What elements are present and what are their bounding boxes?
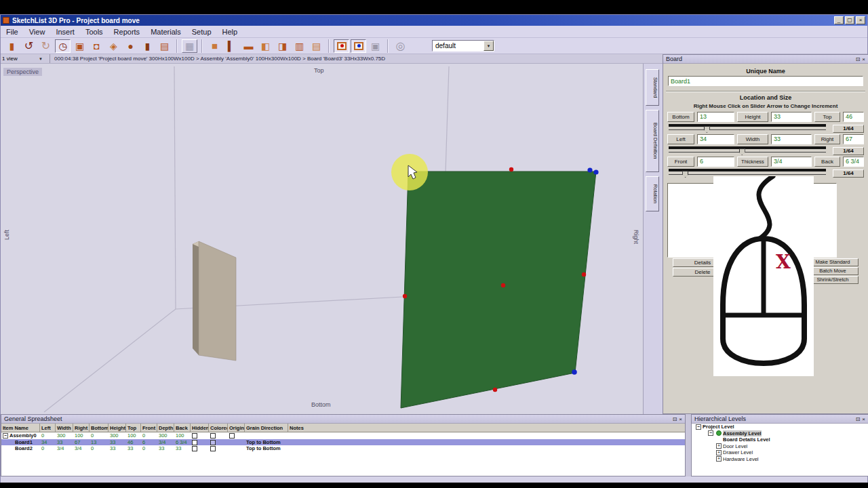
image-icon[interactable]: ▣ xyxy=(72,39,87,53)
front-value-input[interactable]: 6 xyxy=(697,157,734,167)
batch-move-button[interactable]: Batch Move xyxy=(807,267,859,275)
back-button[interactable]: Back xyxy=(814,157,840,167)
collapse-icon[interactable]: − xyxy=(708,430,713,436)
camera-icon[interactable]: ◘ xyxy=(89,39,104,53)
close-icon[interactable]: × xyxy=(862,56,865,62)
flat-board-icon[interactable]: ▬ xyxy=(241,39,256,53)
right-button[interactable]: Right xyxy=(814,134,840,144)
col-width[interactable]: Width xyxy=(56,424,73,432)
insert-board-icon[interactable]: ◧ xyxy=(258,39,273,53)
table-row-assembly0[interactable]: −Assembly0 0 300 100 0 300 100 0 300 100 xyxy=(1,432,685,439)
redo-icon[interactable]: ↻ xyxy=(38,39,54,53)
right-value-input[interactable]: 67 xyxy=(843,134,864,144)
menu-reports[interactable]: Reports xyxy=(108,26,146,37)
make-standard-button[interactable]: Make Standard xyxy=(807,258,859,266)
tree-item-project-level[interactable]: − Project Level xyxy=(692,424,868,430)
col-notes[interactable]: Notes xyxy=(288,424,685,432)
horizontal-slider[interactable]: 1/64 xyxy=(669,146,864,155)
slider-handle[interactable] xyxy=(704,126,710,133)
collapse-icon[interactable]: − xyxy=(3,433,8,439)
tree-item-door-level[interactable]: + Door Level xyxy=(692,443,868,450)
double-door-icon[interactable]: ▥ xyxy=(292,39,307,53)
hidden-checkbox[interactable] xyxy=(192,433,197,439)
close-button[interactable]: × xyxy=(856,16,865,24)
cabinet-icon[interactable]: ▤ xyxy=(157,39,172,53)
tree-item-assembly-level[interactable]: − Assembly Level xyxy=(692,430,868,437)
thickness-button[interactable]: Thickness xyxy=(737,157,768,167)
increment-button[interactable]: 1/64 xyxy=(833,147,864,155)
hidden-checkbox[interactable] xyxy=(192,446,197,451)
colored-checkbox[interactable] xyxy=(210,433,216,439)
wood-panel-board[interactable] xyxy=(193,241,236,361)
board-upright-icon[interactable]: ▮ xyxy=(140,39,155,53)
spreadsheet-icon[interactable]: ▦ xyxy=(182,39,197,53)
top-value-input[interactable]: 46 xyxy=(843,112,864,122)
col-front[interactable]: Front xyxy=(141,424,157,432)
menu-tools[interactable]: Tools xyxy=(80,26,108,37)
tab-standard[interactable]: Standard xyxy=(646,69,659,106)
col-bottom[interactable]: Bottom xyxy=(90,424,108,432)
unique-name-input[interactable]: Board1 xyxy=(668,76,863,86)
height-value-input[interactable]: 33 xyxy=(771,112,812,122)
select-blue-icon[interactable] xyxy=(351,39,366,53)
col-hidden[interactable]: Hidden xyxy=(191,424,209,432)
shrink-stretch-button[interactable]: Shrink/Stretch xyxy=(807,276,859,284)
tab-board-definition[interactable]: Board Definition xyxy=(646,110,659,172)
selected-green-board[interactable] xyxy=(401,171,596,408)
width-button[interactable]: Width xyxy=(737,134,768,144)
width-value-input[interactable]: 33 xyxy=(771,134,812,144)
clear-selection-icon[interactable]: ▣ xyxy=(368,39,383,53)
stopwatch-icon[interactable]: ◷ xyxy=(55,39,71,53)
expand-icon[interactable]: + xyxy=(716,456,722,462)
bottom-value-input[interactable]: 13 xyxy=(697,112,734,122)
menu-insert[interactable]: Insert xyxy=(50,26,80,37)
left-button[interactable]: Left xyxy=(667,134,694,144)
vertical-slider[interactable]: 1/64 xyxy=(669,123,864,133)
col-colored[interactable]: Colored xyxy=(209,424,228,432)
close-icon[interactable]: × xyxy=(679,416,682,422)
pin-icon[interactable]: ⊡ xyxy=(856,56,861,62)
front-button[interactable]: Front xyxy=(667,157,694,167)
preset-dropdown[interactable]: default ▼ xyxy=(432,40,494,52)
back-value-input[interactable]: 6 3/4 xyxy=(843,157,864,167)
col-depth[interactable]: Depth xyxy=(157,424,174,432)
move-icon[interactable]: ◈ xyxy=(106,39,121,53)
tree-item-hardware-level[interactable]: + Hardware Level xyxy=(692,456,868,463)
menu-view[interactable]: View xyxy=(24,26,51,37)
bottom-button[interactable]: Bottom xyxy=(667,112,694,122)
pin-icon[interactable]: ⊡ xyxy=(673,416,677,422)
menu-materials[interactable]: Materials xyxy=(145,26,186,37)
top-button[interactable]: Top xyxy=(814,112,840,122)
new-document-icon[interactable]: ▮ xyxy=(4,39,20,53)
new-board-icon[interactable]: ■ xyxy=(207,39,222,53)
minimize-button[interactable]: _ xyxy=(834,16,844,24)
table-row-board1[interactable]: Board1 34 33 67 13 33 46 6 3/4 6 3/4 Top… xyxy=(1,439,685,446)
col-origin[interactable]: Origin xyxy=(228,424,245,432)
increment-button[interactable]: 1/64 xyxy=(833,169,864,178)
slider-handle[interactable] xyxy=(739,148,745,155)
colored-checkbox[interactable] xyxy=(210,440,216,445)
colored-checkbox[interactable] xyxy=(210,446,216,451)
col-height[interactable]: Height xyxy=(108,424,126,432)
col-top[interactable]: Top xyxy=(126,424,141,432)
origin-checkbox[interactable] xyxy=(229,433,235,439)
left-value-input[interactable]: 34 xyxy=(697,134,734,144)
maximize-button[interactable]: ▢ xyxy=(845,16,854,24)
drawer-icon[interactable]: ▤ xyxy=(309,39,324,53)
door-icon[interactable]: ◨ xyxy=(275,39,290,53)
thickness-value-input[interactable]: 3/4 xyxy=(771,157,812,167)
menu-file[interactable]: File xyxy=(1,26,24,37)
rotate-3d-icon[interactable]: ◎ xyxy=(393,39,408,53)
orbit-icon[interactable]: ● xyxy=(123,39,138,53)
viewport-3d[interactable]: Perspective Top Bottom Left Right xyxy=(1,64,644,414)
hidden-checkbox[interactable] xyxy=(192,440,197,445)
undo-icon[interactable]: ↺ xyxy=(21,39,37,53)
table-row-board2[interactable]: Board2 0 3/4 3/4 0 33 33 0 33 33 Top to … xyxy=(1,445,685,452)
increment-button[interactable]: 1/64 xyxy=(833,125,864,133)
col-item-name[interactable]: Item Name xyxy=(1,424,40,432)
collapse-icon[interactable]: − xyxy=(696,424,701,430)
slider-handle[interactable] xyxy=(682,171,688,178)
col-left[interactable]: Left xyxy=(40,424,56,432)
view-selector[interactable]: 1 view ▼ xyxy=(2,55,44,63)
height-button[interactable]: Height xyxy=(737,112,768,122)
